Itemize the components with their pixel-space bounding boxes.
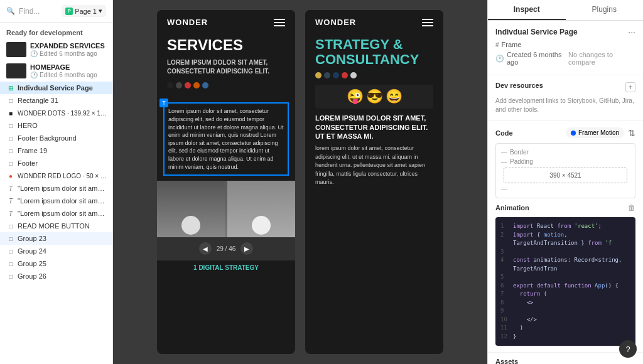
text-block-selected[interactable]: T Lorem ipsum dolor sit amet, consectetu… xyxy=(163,102,289,176)
framer-motion-label: Framer Motion xyxy=(578,129,619,136)
prev-arrow[interactable]: ◀ xyxy=(199,242,212,255)
dev-resources-header: Dev resources + xyxy=(495,82,635,93)
emoji-ball-2: 😎 xyxy=(366,88,383,105)
dev-resources-title: Dev resources xyxy=(495,82,543,89)
clock-icon-2: 🕐 xyxy=(30,72,38,78)
code-line-6: 6 export default function App() { xyxy=(500,282,630,291)
sidebar-item-frame19[interactable]: □ Frame 19 xyxy=(0,144,112,157)
layer-thumb-expanded xyxy=(6,42,26,57)
person-image xyxy=(157,181,295,237)
phone-content-2: WONDER STRATEGY &CONSULTANCY 😜 😎 xyxy=(305,10,443,195)
cdot2-5 xyxy=(350,72,357,78)
hamburger-menu-1[interactable] xyxy=(274,19,285,26)
cdot-2 xyxy=(176,82,182,88)
sidebar-item-read-more[interactable]: □ READ MORE BUTTON xyxy=(0,220,112,232)
emoji-ball-1: 😜 xyxy=(347,88,364,105)
sidebar-item-wonder-dots[interactable]: ■ WONDER DOTS · 139.92 × 16.3 xyxy=(0,107,112,119)
bottom-dash-row: — xyxy=(501,186,630,193)
search-input[interactable]: Find... xyxy=(19,7,58,16)
emoji-balls-container: 😜 😎 😄 xyxy=(315,85,433,109)
frame-info-section: # Frame 🕐 Created 6 months ago No change… xyxy=(488,37,643,75)
more-options-icon[interactable]: ··· xyxy=(628,27,635,37)
color-dots-2 xyxy=(315,72,433,78)
sidebar-item-hero[interactable]: □ HERO xyxy=(0,119,112,132)
tree-label-read-more: READ MORE BUTTON xyxy=(18,222,107,230)
tree-label-wonder-red-logo: WONDER RED LOGO · 50 × 52 xyxy=(18,173,107,179)
sidebar-item-wonder-red-logo[interactable]: ● WONDER RED LOGO · 50 × 52 xyxy=(0,169,112,182)
framer-badge[interactable]: Framer Motion xyxy=(566,127,624,138)
page-selector[interactable]: P Page 1 ▾ xyxy=(62,5,106,17)
layer-meta-homepage: 🕐 Edited 6 months ago xyxy=(30,72,106,78)
color-dots-1 xyxy=(167,82,285,88)
code-line-4: 4 const animations: Record<string, Targe… xyxy=(500,256,630,273)
tab-inspect[interactable]: Inspect xyxy=(488,0,566,20)
sidebar-item-indivdual[interactable]: ⊞ Indivdual Service Page xyxy=(0,82,112,94)
code-line-1: 1 import React from 'react'; xyxy=(500,222,630,231)
sidebar-item-footer[interactable]: □ Footer xyxy=(0,157,112,169)
created-label: 🕐 Created 6 months ago xyxy=(495,51,568,66)
cdot-3 xyxy=(185,82,191,88)
page-icon: P xyxy=(65,8,73,15)
tab-plugins[interactable]: Plugins xyxy=(566,0,644,20)
layer-expanded-services[interactable]: EXPANDED SERVICES 🕐 Edited 6 months ago xyxy=(0,39,112,60)
tree-label-footer: Footer xyxy=(18,159,107,167)
code-line-7: 7 return ( xyxy=(500,290,630,299)
emoji-ball-3: 😄 xyxy=(386,88,403,105)
canvas: WONDER SERVICES LOREM IPSUM DOLOR SIT AM… xyxy=(113,0,487,364)
tree-label-lorem3: "Lorem ipsum dolor sit amet, ... xyxy=(18,210,107,217)
frame-row: # Frame xyxy=(495,41,635,48)
rect-icon: □ xyxy=(6,96,15,105)
hero-icon: □ xyxy=(6,121,15,130)
title-row: Indivdual Service Page ··· xyxy=(488,21,643,37)
group26-icon: □ xyxy=(6,272,15,281)
sidebar-item-lorem2[interactable]: T "Lorem ipsum dolor sit amet, c... xyxy=(0,195,112,207)
animation-header: Animation 🗑 xyxy=(495,203,635,212)
sidebar-item-footer-bg[interactable]: □ Footer Background xyxy=(0,132,112,144)
panel-tabs: Inspect Plugins xyxy=(488,0,643,21)
code-line-5: 5 xyxy=(500,273,630,282)
tree-label-group26: Group 26 xyxy=(18,272,107,280)
layer-info-expanded: EXPANDED SERVICES 🕐 Edited 6 months ago xyxy=(30,42,106,57)
sidebar-item-group25[interactable]: □ Group 25 xyxy=(0,257,112,270)
cdot-4 xyxy=(193,82,200,88)
code-options-icon[interactable]: ⇅ xyxy=(628,128,635,138)
tree-label-footer-bg: Footer Background xyxy=(18,134,107,142)
padding-row: — Padding xyxy=(501,158,630,165)
hamburger-menu-2[interactable] xyxy=(422,19,433,26)
code-label: Code xyxy=(495,129,513,137)
dev-resources-section: Dev resources + Add development links to… xyxy=(488,75,643,121)
animation-section: Animation 🗑 xyxy=(495,203,635,212)
component-label: Indivdual Service Page xyxy=(18,84,107,92)
sidebar-item-group24[interactable]: □ Group 24 xyxy=(0,245,112,257)
tree-label-group25: Group 25 xyxy=(18,260,107,267)
add-dev-resource-button[interactable]: + xyxy=(625,82,635,92)
footer-bg-icon: □ xyxy=(6,134,15,142)
delete-animation-icon[interactable]: 🗑 xyxy=(628,203,635,212)
framer-dot xyxy=(571,131,576,136)
tree-label-rect31: Rectangle 31 xyxy=(18,97,107,104)
sidebar-item-lorem3[interactable]: T "Lorem ipsum dolor sit amet, ... xyxy=(0,207,112,220)
sidebar-item-group23[interactable]: □ Group 23 xyxy=(0,232,112,245)
red-logo-icon: ● xyxy=(6,171,15,180)
sidebar-item-group26[interactable]: □ Group 26 xyxy=(0,270,112,282)
sidebar-scroll: ⊞ Indivdual Service Page □ Rectangle 31 … xyxy=(0,82,112,364)
layer-info-homepage: HOMEPAGE 🕐 Edited 6 months ago xyxy=(30,63,106,78)
read-more-icon: □ xyxy=(6,222,15,230)
sidebar-header: 🔍 Find... P Page 1 ▾ xyxy=(0,0,112,23)
footer-icon: □ xyxy=(6,159,15,168)
code-line-12: 12 } xyxy=(500,333,630,341)
code-header: Code Framer Motion ⇅ xyxy=(495,127,635,138)
sidebar-item-lorem1[interactable]: T "Lorem ipsum dolor sit amet, ... xyxy=(0,182,112,195)
component-title: Indivdual Service Page xyxy=(495,28,578,36)
text-block-content: Lorem ipsum dolor sit amet, consectetur … xyxy=(168,108,284,169)
code-line-10: 10 </> xyxy=(500,316,630,324)
layer-name-homepage: HOMEPAGE xyxy=(30,63,106,71)
sidebar-item-rectangle31[interactable]: □ Rectangle 31 xyxy=(0,94,112,107)
code-line-9: 9 xyxy=(500,307,630,316)
tree-label-lorem1: "Lorem ipsum dolor sit amet, ... xyxy=(18,185,107,192)
next-arrow[interactable]: ▶ xyxy=(240,242,253,255)
help-button[interactable]: ? xyxy=(619,340,637,358)
frame-hash-icon: # xyxy=(495,41,499,48)
digital-strategy-label: 1 DIGITAL STRATEGY xyxy=(157,260,295,275)
layer-homepage[interactable]: HOMEPAGE 🕐 Edited 6 months ago xyxy=(0,60,112,82)
